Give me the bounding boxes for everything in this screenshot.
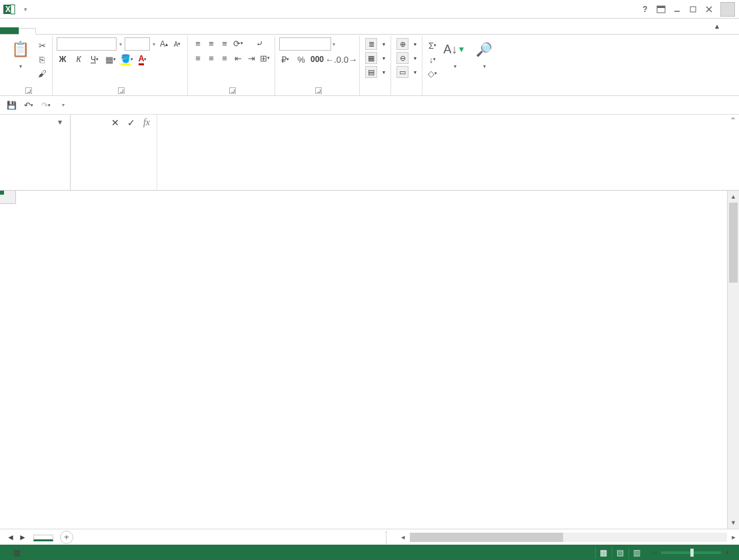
view-page-layout-icon[interactable]: ▤ — [612, 547, 628, 559]
minimize-icon[interactable] — [670, 3, 684, 16]
user-avatar[interactable] — [720, 2, 735, 17]
dec-decimal-icon[interactable]: .0→ — [343, 53, 355, 65]
clear-icon[interactable]: ◇▾ — [426, 67, 438, 79]
save-icon[interactable]: 💾 — [5, 99, 17, 111]
conditional-formatting-button[interactable]: ≣▾ — [364, 37, 386, 51]
add-sheet-button[interactable]: + — [60, 531, 73, 544]
currency-icon[interactable]: ₽▾ — [279, 53, 291, 65]
indent-inc-icon[interactable]: ⇥ — [245, 52, 257, 64]
scroll-right-icon[interactable]: ► — [728, 534, 739, 541]
insert-cells-button[interactable]: ⊕▾ — [395, 37, 418, 51]
copy-icon[interactable]: ⎘ — [36, 53, 48, 65]
align-top-icon[interactable]: ≡ — [192, 37, 204, 49]
column-headers[interactable] — [0, 191, 727, 204]
horizontal-scrollbar[interactable]: ◄ ► — [398, 533, 739, 542]
hscroll-thumb[interactable] — [410, 533, 563, 542]
macro-record-icon[interactable]: ▦ — [13, 548, 21, 557]
tab-data[interactable] — [84, 29, 100, 34]
help-icon[interactable]: ? — [638, 3, 652, 16]
qat-dropdown-icon[interactable]: ▾ — [24, 6, 27, 13]
enter-formula-icon[interactable]: ✓ — [127, 117, 135, 128]
font-name-input[interactable] — [57, 37, 117, 51]
align-right-icon[interactable]: ≡ — [219, 52, 231, 64]
align-bottom-icon[interactable]: ≡ — [219, 37, 231, 49]
format-cells-button[interactable]: ▭▾ — [395, 65, 418, 79]
fill-icon[interactable]: ↓▾ — [426, 53, 438, 65]
ribbon: 📋 ✂ ⎘ 🖌 ▾ ▾ A▴ A▾ Ж К Ч▾ ▦▾ — [0, 35, 739, 96]
tab-view[interactable] — [116, 29, 132, 34]
tab-file[interactable] — [0, 27, 19, 34]
inc-decimal-icon[interactable]: ←.0 — [327, 53, 339, 65]
clipboard-launcher[interactable] — [25, 87, 32, 94]
italic-icon[interactable]: К — [73, 53, 85, 65]
collapse-formula-icon[interactable]: ⌃ — [730, 116, 736, 125]
paste-button[interactable]: 📋 — [7, 37, 33, 71]
formula-input[interactable] — [157, 115, 739, 188]
cut-icon[interactable]: ✂ — [36, 39, 48, 51]
redo-icon[interactable]: ↷▾ — [40, 99, 52, 111]
name-box-input[interactable] — [0, 115, 53, 128]
zoom-out-icon[interactable]: − — [652, 548, 657, 557]
sheet-nav-next[interactable]: ► — [19, 533, 27, 542]
select-all-corner[interactable] — [0, 191, 16, 204]
align-middle-icon[interactable]: ≡ — [205, 37, 217, 49]
tab-formulas[interactable] — [68, 29, 84, 34]
autosum-icon[interactable]: Σ▾ — [426, 39, 438, 51]
bold-icon[interactable]: Ж — [57, 53, 69, 65]
view-page-break-icon[interactable]: ▥ — [628, 547, 644, 559]
vertical-scrollbar[interactable]: ▲ ▼ — [727, 191, 739, 529]
spreadsheet-grid[interactable]: ▲ ▼ — [0, 191, 739, 529]
name-box[interactable]: ▾ — [0, 115, 71, 190]
close-icon[interactable] — [702, 3, 716, 16]
wrap-text-icon[interactable]: ⤶ — [253, 37, 265, 49]
cell-styles-icon: ▤ — [365, 66, 377, 78]
tab-insert[interactable] — [36, 29, 52, 34]
number-launcher[interactable] — [315, 87, 322, 94]
fill-color-icon[interactable]: 🪣▾ — [121, 53, 133, 65]
format-as-table-button[interactable]: ▦▾ — [364, 51, 386, 65]
qat-custom-icon[interactable]: ▾ — [57, 99, 69, 111]
underline-icon[interactable]: Ч▾ — [89, 53, 101, 65]
grow-font-icon[interactable]: A▴ — [158, 38, 170, 50]
fx-icon[interactable]: fx — [143, 117, 150, 128]
ribbon-options-icon[interactable] — [654, 3, 668, 16]
name-box-dropdown[interactable]: ▾ — [53, 115, 67, 127]
format-painter-icon[interactable]: 🖌 — [36, 67, 48, 79]
zoom-in-icon[interactable]: + — [725, 548, 730, 557]
view-normal-icon[interactable]: ▦ — [595, 547, 611, 559]
undo-icon[interactable]: ↶▾ — [23, 99, 35, 111]
font-launcher[interactable] — [118, 87, 125, 94]
tab-page-layout[interactable] — [52, 29, 68, 34]
font-color-icon[interactable]: А▾ — [137, 53, 149, 65]
sheet-nav-prev[interactable]: ◄ — [7, 533, 15, 542]
percent-icon[interactable]: % — [295, 53, 307, 65]
merge-icon[interactable]: ⊞▾ — [259, 52, 271, 64]
align-center-icon[interactable]: ≡ — [205, 52, 217, 64]
indent-dec-icon[interactable]: ⇤ — [232, 52, 244, 64]
align-left-icon[interactable]: ≡ — [192, 52, 204, 64]
font-size-input[interactable] — [125, 37, 150, 51]
tab-home[interactable] — [19, 28, 36, 35]
zoom-slider[interactable] — [661, 551, 721, 554]
number-format-select[interactable] — [279, 37, 331, 51]
shrink-font-icon[interactable]: A▾ — [171, 38, 183, 50]
tab-review[interactable] — [100, 29, 116, 34]
scroll-down-icon[interactable]: ▼ — [728, 517, 739, 529]
grid-rows[interactable] — [0, 204, 727, 529]
sheet-tab-1[interactable] — [33, 535, 53, 541]
scroll-left-icon[interactable]: ◄ — [398, 534, 408, 541]
delete-cells-button[interactable]: ⊖▾ — [395, 51, 418, 65]
cancel-formula-icon[interactable]: ✕ — [111, 117, 119, 128]
vscroll-thumb[interactable] — [729, 203, 738, 283]
collapse-ribbon-icon[interactable]: ▴ — [715, 21, 719, 31]
cell-styles-button[interactable]: ▤▾ — [364, 65, 386, 79]
sort-filter-button[interactable]: A↓▼ — [441, 37, 468, 71]
scroll-up-icon[interactable]: ▲ — [728, 191, 739, 203]
find-select-button[interactable]: 🔎 — [470, 37, 497, 71]
orientation-icon[interactable]: ⟳▾ — [232, 37, 244, 49]
comma-icon[interactable]: 000 — [311, 53, 323, 65]
maximize-icon[interactable] — [686, 3, 700, 16]
tab-developer[interactable] — [132, 29, 148, 34]
align-launcher[interactable] — [229, 87, 236, 94]
border-icon[interactable]: ▦▾ — [105, 53, 117, 65]
